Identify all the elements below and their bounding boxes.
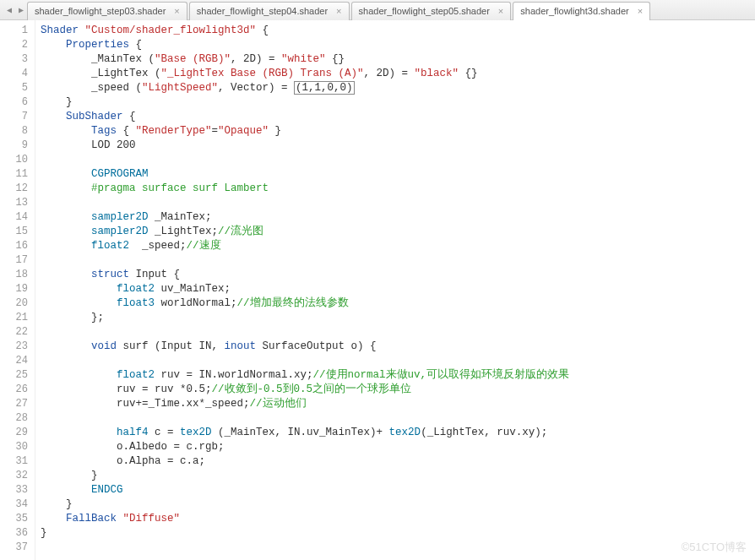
tab-bar: ◀ ▶ shader_flowlight_step03.shader× shad… [0,0,755,20]
close-icon[interactable]: × [336,6,341,16]
tab-label: shader_flowlight_step04.shader [197,6,328,16]
tab-nav-right-icon[interactable]: ▶ [15,4,27,16]
tab-label: shader_flowlight_step05.shader [359,6,490,16]
code-area[interactable]: Shader "Custom/shader_flowlight3d" { Pro… [35,20,755,560]
tab-label: shader_flowlight3d.shader [520,6,628,16]
close-icon[interactable]: × [638,6,643,16]
tab-flowlight3d[interactable]: shader_flowlight3d.shader× [513,2,650,20]
close-icon[interactable]: × [174,6,179,16]
tab-label: shader_flowlight_step03.shader [35,6,166,16]
line-gutter: 1 2 3 4 5 6 7 8 9 10 11 12 13 14 15 16 1… [0,20,35,560]
tab-nav-left-icon[interactable]: ◀ [3,4,15,16]
tab-step03[interactable]: shader_flowlight_step03.shader× [27,2,187,20]
code-editor[interactable]: 1 2 3 4 5 6 7 8 9 10 11 12 13 14 15 16 1… [0,20,755,560]
close-icon[interactable]: × [498,6,503,16]
tab-step04[interactable]: shader_flowlight_step04.shader× [189,2,350,20]
tab-step05[interactable]: shader_flowlight_step05.shader× [351,2,512,20]
watermark: ©51CTO博客 [682,540,747,555]
